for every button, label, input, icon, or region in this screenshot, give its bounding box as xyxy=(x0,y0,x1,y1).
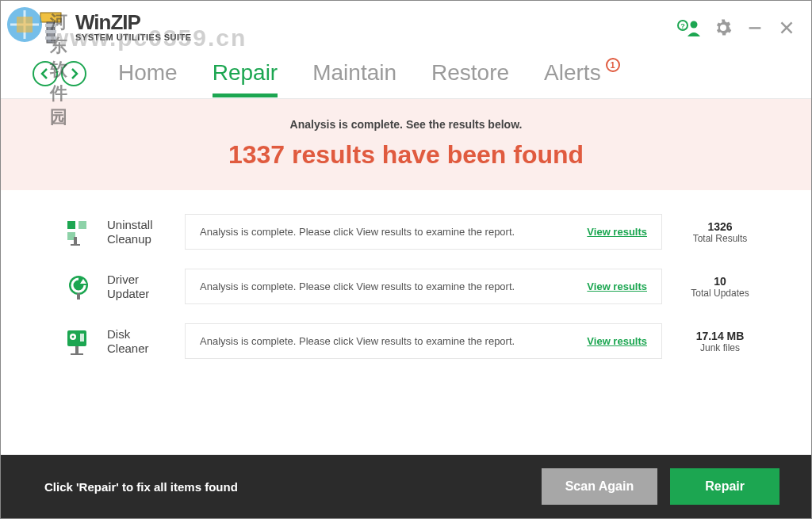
row-title: Disk Cleaner xyxy=(107,327,170,356)
row-message: Analysis is complete. Please click View … xyxy=(200,335,515,347)
row-title: Driver Updater xyxy=(107,273,170,301)
tab-repair[interactable]: Repair xyxy=(197,51,293,97)
banner-headline: 1337 results have been found xyxy=(1,140,811,170)
tab-alerts[interactable]: Alerts 1 xyxy=(528,51,636,97)
tab-restore-label: Restore xyxy=(431,60,509,86)
summary-count: 1326 xyxy=(676,220,764,233)
tab-maintain[interactable]: Maintain xyxy=(297,51,412,97)
banner-subtitle: Analysis is complete. See the results be… xyxy=(1,118,811,131)
brand-subtitle: SYSTEM UTILITIES SUITE xyxy=(75,32,192,42)
svg-rect-19 xyxy=(80,334,84,342)
svg-rect-9 xyxy=(749,27,761,29)
row-result-box: Analysis is complete. Please click View … xyxy=(185,323,662,359)
row-message: Analysis is complete. Please click View … xyxy=(200,280,515,292)
summary-count: 17.14 MB xyxy=(676,330,764,342)
svg-rect-13 xyxy=(74,237,77,245)
tab-alerts-label: Alerts xyxy=(544,60,601,86)
row-result-box: Analysis is complete. Please click View … xyxy=(185,214,662,250)
summary-label: Total Updates xyxy=(676,288,764,299)
row-result-box: Analysis is complete. Please click View … xyxy=(185,269,662,304)
tab-home-label: Home xyxy=(118,60,178,86)
disk-cleaner-icon xyxy=(64,327,93,356)
svg-point-8 xyxy=(691,21,698,29)
svg-rect-1 xyxy=(40,13,61,22)
minimize-icon[interactable] xyxy=(746,19,764,36)
result-row-driver: Driver Updater Analysis is complete. Ple… xyxy=(64,269,764,304)
tab-restore[interactable]: Restore xyxy=(416,51,525,97)
tab-maintain-label: Maintain xyxy=(312,60,396,86)
uninstall-cleanup-icon xyxy=(64,218,93,246)
result-row-disk: Disk Cleaner Analysis is complete. Pleas… xyxy=(64,323,764,359)
close-icon[interactable] xyxy=(778,19,795,36)
svg-rect-15 xyxy=(77,293,80,300)
summary-count: 10 xyxy=(676,275,764,288)
nav-forward-button[interactable] xyxy=(61,61,86,86)
svg-rect-11 xyxy=(79,221,86,229)
nav-back-button[interactable] xyxy=(33,61,58,86)
logo-block: WinZIP SYSTEM UTILITIES SUITE xyxy=(33,10,192,46)
footer-bar: Click 'Repair' to fix all items found Sc… xyxy=(1,455,811,518)
row-message: Analysis is complete. Please click View … xyxy=(200,226,515,238)
footer-hint: Click 'Repair' to fix all items found xyxy=(44,480,238,494)
result-row-uninstall: Uninstall Cleanup Analysis is complete. … xyxy=(64,214,764,250)
svg-point-18 xyxy=(72,335,75,338)
svg-rect-3 xyxy=(45,24,56,27)
winzip-logo-icon xyxy=(33,10,69,46)
support-icon[interactable]: ? xyxy=(676,19,700,36)
brand-name: WinZIP xyxy=(75,13,192,32)
summary-label: Total Results xyxy=(676,233,764,244)
tab-repair-label: Repair xyxy=(213,60,278,86)
app-header: WinZIP SYSTEM UTILITIES SUITE ? xyxy=(1,1,811,48)
svg-rect-5 xyxy=(45,36,56,40)
result-banner: Analysis is complete. See the results be… xyxy=(1,99,811,190)
gear-icon[interactable] xyxy=(714,19,732,36)
row-summary: 17.14 MB Junk files xyxy=(676,330,764,353)
results-list: Uninstall Cleanup Analysis is complete. … xyxy=(1,190,811,367)
alerts-badge: 1 xyxy=(606,58,620,72)
view-results-link[interactable]: View results xyxy=(587,335,647,347)
svg-rect-4 xyxy=(45,30,56,33)
row-title: Uninstall Cleanup xyxy=(107,218,170,246)
main-nav: Home Repair Maintain Restore Alerts 1 xyxy=(1,48,811,99)
row-summary: 10 Total Updates xyxy=(676,275,764,299)
repair-button[interactable]: Repair xyxy=(670,468,779,505)
summary-label: Junk files xyxy=(676,342,764,353)
svg-rect-10 xyxy=(67,221,75,229)
svg-rect-20 xyxy=(75,346,79,354)
tab-home[interactable]: Home xyxy=(102,51,193,97)
row-summary: 1326 Total Results xyxy=(676,220,764,244)
driver-updater-icon xyxy=(64,273,93,301)
scan-again-button[interactable]: Scan Again xyxy=(542,468,658,505)
svg-text:?: ? xyxy=(680,22,685,30)
view-results-link[interactable]: View results xyxy=(587,280,647,292)
view-results-link[interactable]: View results xyxy=(587,226,647,238)
